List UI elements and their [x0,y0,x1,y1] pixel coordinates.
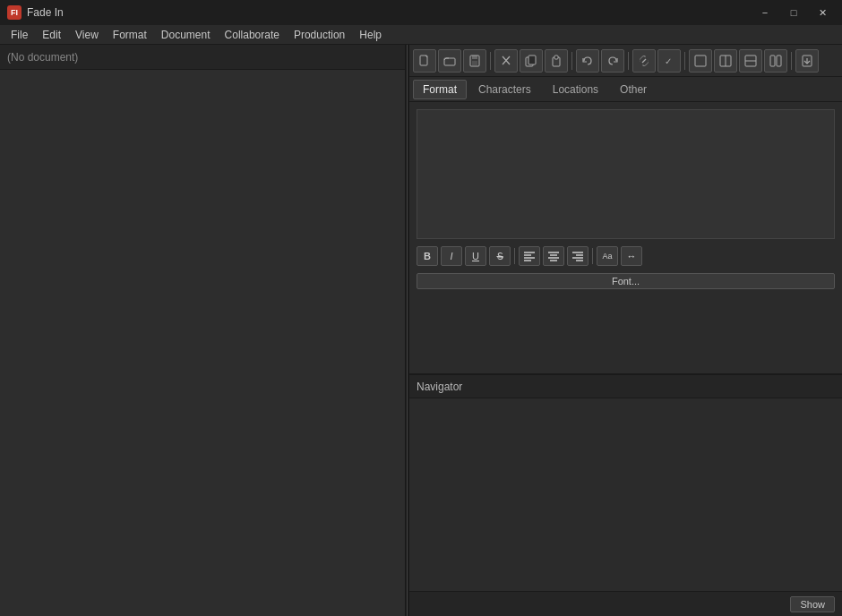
align-center-button[interactable] [543,246,564,266]
fmt-sep-1 [514,248,515,264]
menu-format[interactable]: Format [106,25,154,44]
svg-rect-0 [420,56,427,65]
redo-button[interactable] [601,49,624,73]
menu-view[interactable]: View [68,25,106,44]
cut-button[interactable] [494,49,518,73]
svg-rect-3 [472,56,477,59]
app-title: Fade In [27,6,64,19]
navigator-body[interactable] [409,398,842,591]
left-panel: (No document) [0,45,405,616]
undo-button[interactable] [576,49,599,73]
expand-button[interactable]: ↔ [621,246,642,266]
menu-collaborate[interactable]: Collaborate [218,25,287,44]
tab-format[interactable]: Format [413,80,467,99]
paste-button[interactable] [545,49,568,73]
svg-rect-10 [554,56,558,59]
view1-button[interactable] [689,49,712,73]
font-button[interactable]: Font... [417,273,835,289]
svg-rect-8 [528,56,536,64]
tab-characters[interactable]: Characters [468,80,541,99]
tab-bar: Format Characters Locations Other [409,77,842,102]
app-icon: FI [7,5,21,20]
navigator-footer: Show [409,591,842,616]
tab-locations[interactable]: Locations [543,80,608,99]
new-doc-button[interactable] [413,49,436,73]
case-button[interactable]: Aa [597,246,618,266]
svg-rect-12 [695,56,706,66]
align-right-button[interactable] [567,246,589,266]
svg-text:✓: ✓ [665,56,672,66]
svg-rect-1 [444,58,455,65]
toolbar-sep-5 [791,52,792,70]
toolbar: ✓ [409,45,842,77]
right-panel: ✓ Format [409,45,842,616]
toolbar-sep-1 [490,52,491,70]
svg-rect-18 [777,56,781,66]
main-layout: (No document) [0,45,842,616]
format-toolbar: B I U S̶ Aa ↔ [417,246,835,266]
menu-edit[interactable]: Edit [35,25,68,44]
bold-button[interactable]: B [417,246,438,266]
toolbar-sep-3 [628,52,629,70]
minimize-button[interactable]: − [752,4,778,21]
spell-check-button[interactable]: ✓ [657,49,681,73]
menu-bar: File Edit View Format Document Collabora… [0,25,842,45]
svg-rect-4 [472,61,477,65]
toolbar-sep-2 [571,52,572,70]
title-bar: FI Fade In − □ ✕ [0,0,842,25]
menu-production[interactable]: Production [287,25,352,44]
link-button[interactable] [632,49,656,73]
italic-button[interactable]: I [441,246,462,266]
export-button[interactable] [795,49,819,73]
view2-button[interactable] [714,49,737,73]
copy-button[interactable] [520,49,543,73]
underline-button[interactable]: U [465,246,486,266]
align-left-button[interactable] [519,246,540,266]
navigator-panel: Navigator Show [409,374,842,616]
open-button[interactable] [438,49,461,73]
show-button[interactable]: Show [790,596,835,612]
view4-button[interactable] [764,49,787,73]
document-title: (No document) [0,45,405,70]
toolbar-sep-4 [684,52,685,70]
menu-help[interactable]: Help [352,25,389,44]
format-panel: Format Characters Locations Other B I U … [409,77,842,374]
menu-document[interactable]: Document [154,25,218,44]
window-controls: − □ ✕ [752,4,835,21]
format-preview [417,109,835,239]
format-content: B I U S̶ Aa ↔ [409,102,842,373]
navigator-title: Navigator [409,375,842,398]
document-body[interactable] [0,70,405,616]
tab-other[interactable]: Other [610,80,657,99]
svg-rect-17 [770,56,775,66]
strikethrough-button[interactable]: S̶ [489,246,511,266]
maximize-button[interactable]: □ [781,4,806,21]
save-button[interactable] [463,49,486,73]
fmt-sep-2 [592,248,593,264]
close-button[interactable]: ✕ [810,4,835,21]
view3-button[interactable] [739,49,762,73]
menu-file[interactable]: File [4,25,35,44]
